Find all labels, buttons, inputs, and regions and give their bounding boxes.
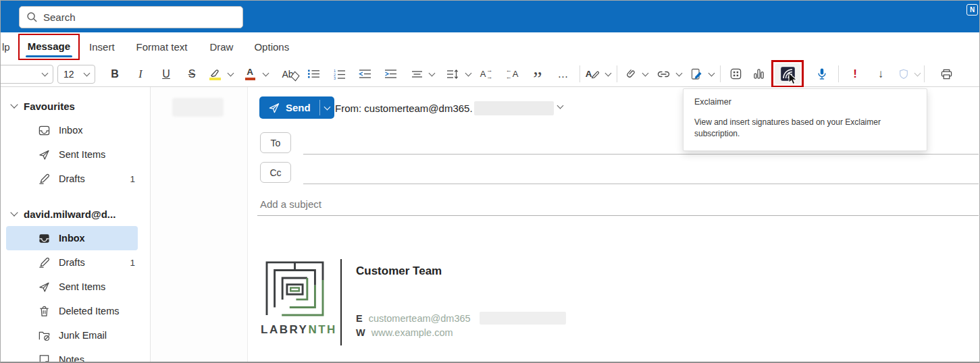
signature-button[interactable] <box>687 64 706 84</box>
insert-link-button[interactable] <box>653 64 673 84</box>
message-list-pane[interactable] <box>151 87 248 363</box>
outlook-window: Search N lp Message Insert Format text D… <box>0 0 980 363</box>
logo-wordmark: LABRYNTH <box>261 323 328 337</box>
sidebar-item-inbox-selected[interactable]: Inbox <box>6 226 138 250</box>
svg-text:3: 3 <box>334 76 336 80</box>
sidebar-item-drafts[interactable]: Drafts 1 <box>1 167 150 191</box>
low-importance-icon: ↓ <box>878 67 884 81</box>
quote-button[interactable]: ” <box>525 64 550 84</box>
tab-options[interactable]: Options <box>254 41 289 53</box>
tab-draw[interactable]: Draw <box>209 41 233 53</box>
attach-file-dropdown[interactable] <box>640 64 650 84</box>
left-to-right-button[interactable]: A→→ <box>473 64 499 84</box>
send-options-dropdown[interactable] <box>320 96 334 119</box>
clear-formatting-button[interactable]: Ab <box>275 64 301 84</box>
from-dropdown[interactable] <box>557 103 564 109</box>
insert-link-dropdown[interactable] <box>673 64 684 84</box>
tab-help-partial[interactable]: lp <box>2 41 10 53</box>
from-field[interactable]: From: customerteam@dm365. <box>335 101 554 115</box>
annotation-exclaimer-button <box>771 60 804 88</box>
signature-email-link[interactable]: customerteam@dm365 <box>369 313 471 324</box>
line-spacing-dropdown[interactable] <box>463 64 473 84</box>
italic-button[interactable]: I <box>128 64 153 84</box>
inbox-filled-icon <box>38 232 51 245</box>
notes-feed-icon[interactable]: N <box>966 4 978 16</box>
signature-website-link[interactable]: www.example.com <box>371 327 453 338</box>
apps-button[interactable] <box>724 64 747 84</box>
exclaimer-tooltip: Exclaimer View and insert signatures bas… <box>683 88 927 151</box>
poll-chart-button[interactable] <box>747 64 770 84</box>
sidebar-item-junk-email[interactable]: Junk Email <box>1 323 150 347</box>
signature-icon <box>690 67 703 81</box>
font-color-icon: A <box>245 67 255 80</box>
low-importance-button[interactable]: ↓ <box>868 64 894 84</box>
font-size-dropdown[interactable]: 12 <box>57 65 95 84</box>
sidebar-item-drafts[interactable]: Drafts 1 <box>1 250 150 275</box>
send-button[interactable]: Send <box>259 96 334 119</box>
toolbar-divider <box>579 65 580 82</box>
strikethrough-button[interactable]: S <box>179 64 205 84</box>
signature-email-row: E customerteam@dm365 <box>356 312 566 325</box>
account-header[interactable]: david.milward@d... <box>1 202 150 226</box>
search-icon <box>26 11 38 23</box>
sidebar-item-inbox[interactable]: Inbox <box>1 118 150 142</box>
cc-button[interactable]: Cc <box>260 162 291 183</box>
drafts-count-badge: 1 <box>130 174 135 184</box>
redacted-from-domain <box>474 101 554 115</box>
formatting-toolbar: 12 B I U S A Ab 123 <box>1 61 979 87</box>
bold-button[interactable]: B <box>102 64 128 84</box>
text-align-dropdown[interactable] <box>426 64 437 84</box>
bullet-list-button[interactable] <box>301 64 326 84</box>
chevron-down-icon <box>10 208 18 216</box>
attach-file-button[interactable] <box>621 64 640 84</box>
text-align-button[interactable] <box>407 64 426 84</box>
highlight-color-dropdown[interactable] <box>225 64 236 84</box>
sidebar-item-sent-items[interactable]: Sent Items <box>1 275 150 299</box>
sidebar-item-notes[interactable]: Notes <box>1 347 150 363</box>
search-input[interactable]: Search <box>19 6 243 28</box>
sidebar-item-sent-items[interactable]: Sent Items <box>1 142 150 167</box>
dictate-button[interactable] <box>809 64 835 84</box>
tooltip-title: Exclaimer <box>694 97 916 107</box>
to-input[interactable] <box>303 154 979 155</box>
annotation-message-tab: Message <box>18 34 80 60</box>
styles-icon: A <box>586 69 601 79</box>
drafts-count-badge: 1 <box>130 258 135 268</box>
tooltip-body: View and insert signatures based on your… <box>694 117 916 140</box>
cc-input[interactable] <box>303 184 979 184</box>
maze-logo-icon <box>262 260 328 316</box>
more-formatting-button[interactable]: … <box>550 64 576 84</box>
ltr-icon: A→→ <box>480 67 493 81</box>
to-button[interactable]: To <box>260 132 291 153</box>
favourites-header[interactable]: Favourites <box>1 94 150 118</box>
right-to-left-button[interactable]: ←←A <box>499 64 525 84</box>
styles-dropdown[interactable] <box>602 64 613 84</box>
styles-button[interactable]: A <box>584 64 602 84</box>
tab-insert[interactable]: Insert <box>89 41 115 53</box>
print-button[interactable] <box>933 64 959 84</box>
font-color-button[interactable]: A <box>240 64 260 84</box>
sensitivity-label-icon <box>898 68 910 80</box>
toolbar-divider <box>720 65 721 82</box>
underline-button[interactable]: U <box>153 64 179 84</box>
microphone-icon <box>816 67 828 80</box>
tab-message[interactable]: Message <box>28 40 70 53</box>
highlight-color-button[interactable] <box>205 64 225 84</box>
chevron-down-icon <box>10 101 18 108</box>
font-color-dropdown[interactable] <box>260 64 271 84</box>
sensitivity-button[interactable] <box>894 64 914 84</box>
notes-icon <box>38 354 51 363</box>
font-name-dropdown[interactable] <box>0 65 53 84</box>
high-importance-button[interactable]: ! <box>842 64 868 84</box>
decrease-indent-button[interactable] <box>352 64 378 84</box>
sensitivity-dropdown[interactable] <box>914 64 921 84</box>
numbered-list-button[interactable]: 123 <box>326 64 352 84</box>
subject-input[interactable]: Add a subject <box>260 198 321 210</box>
line-spacing-button[interactable] <box>442 64 463 84</box>
sidebar-item-deleted-items[interactable]: Deleted Items <box>1 299 150 323</box>
increase-indent-button[interactable] <box>378 64 403 84</box>
line-spacing-icon <box>446 69 459 79</box>
signature-name: Customer Team <box>356 264 442 278</box>
tab-format-text[interactable]: Format text <box>136 41 188 53</box>
signature-dropdown[interactable] <box>706 64 717 84</box>
